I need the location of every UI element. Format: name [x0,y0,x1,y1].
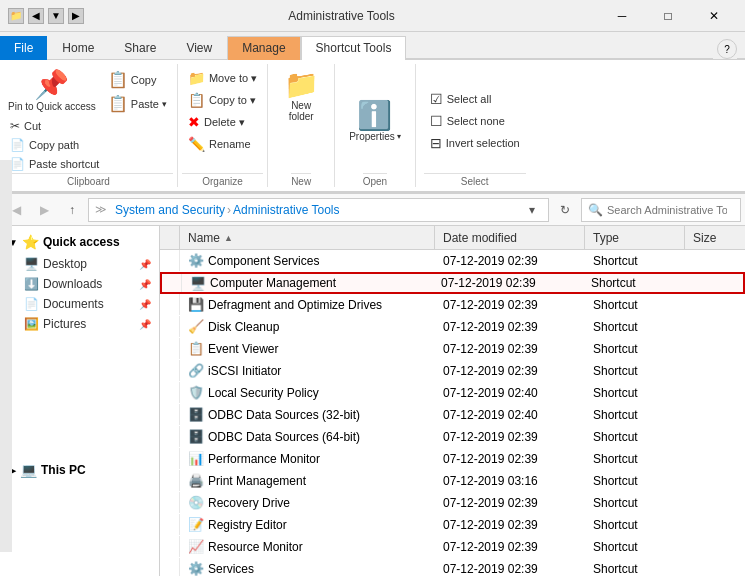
file-type: Shortcut [585,298,685,312]
pictures-icon: 🖼️ [24,317,39,331]
quick-access-icon: ◀ [28,8,44,24]
table-row[interactable]: 📊 Performance Monitor 07-12-2019 02:39 S… [160,448,745,470]
file-type: Shortcut [585,254,685,268]
sidebar-item-downloads[interactable]: ⬇️ Downloads 📌 [0,274,159,294]
pin-icon: 📌 [36,69,68,101]
file-list: ⚙️ Component Services 07-12-2019 02:39 S… [160,250,745,576]
help-button[interactable]: ? [717,39,737,59]
table-row[interactable]: ⚙️ Component Services 07-12-2019 02:39 S… [160,250,745,272]
table-row[interactable]: 📝 Registry Editor 07-12-2019 02:39 Short… [160,514,745,536]
copy-to-button[interactable]: 📋 Copy to ▾ [182,90,263,110]
move-to-button[interactable]: 📁 Move to ▾ [182,68,263,88]
select-all-button[interactable]: ☑ Select all [424,89,498,109]
col-header-date[interactable]: Date modified [435,226,585,249]
downloads-icon: ⬇️ [24,277,39,291]
pin-to-quick-access-button[interactable]: 📌 Pin to Quick access [4,64,100,115]
documents-icon: 📄 [24,297,39,311]
address-bar[interactable]: ≫ System and Security › Administrative T… [88,198,549,222]
ribbon-content: 📌 Pin to Quick access 📋 Copy 📋 Paste ▾ [0,60,745,193]
file-name: 🧹 Disk Cleanup [180,319,435,334]
quick-access-star-icon: ⭐ [22,234,39,250]
file-date: 07-12-2019 02:39 [435,540,585,554]
tab-view[interactable]: View [171,36,227,60]
file-header: Name ▲ Date modified Type Size [160,226,745,250]
up-button[interactable]: ↑ [60,198,84,222]
file-icon: 🔗 [188,363,204,378]
sidebar-this-pc[interactable]: ▶ 💻 This PC [0,458,159,482]
table-row[interactable]: 🖥️ Computer Management 07-12-2019 02:39 … [160,272,745,294]
file-name: 📈 Resource Monitor [180,539,435,554]
delete-button[interactable]: ✖ Delete ▾ [182,112,263,132]
sidebar: ▼ ⭐ Quick access 🖥️ Desktop 📌 ⬇️ Downloa… [0,226,160,576]
minimize-button[interactable]: ─ [599,0,645,32]
rename-button[interactable]: ✏️ Rename [182,134,263,154]
move-icon: 📁 [188,70,205,86]
copy-path-button[interactable]: 📄 Copy path [4,136,173,154]
maximize-button[interactable]: □ [645,0,691,32]
select-all-icon: ☑ [430,91,443,107]
open-label: Open [363,173,387,187]
cut-button[interactable]: ✂ Cut [4,117,173,135]
sidebar-item-documents[interactable]: 📄 Documents 📌 [0,294,159,314]
table-row[interactable]: 🧹 Disk Cleanup 07-12-2019 02:39 Shortcut [160,316,745,338]
refresh-button[interactable]: ↻ [553,198,577,222]
table-row[interactable]: 🖨️ Print Management 07-12-2019 03:16 Sho… [160,470,745,492]
file-icon: 🗄️ [188,407,204,422]
table-row[interactable]: ⚙️ Services 07-12-2019 02:39 Shortcut [160,558,745,576]
file-name: 🛡️ Local Security Policy [180,385,435,400]
sidebar-quick-access[interactable]: ▼ ⭐ Quick access [0,230,159,254]
tab-manage[interactable]: Manage [227,36,300,60]
file-icon: ⚙️ [188,561,204,576]
close-button[interactable]: ✕ [691,0,737,32]
col-header-name[interactable]: Name ▲ [180,226,435,249]
select-label: Select [424,173,526,187]
pin-indicator-doc: 📌 [139,299,151,310]
address-dropdown-button[interactable]: ▾ [522,203,542,217]
table-row[interactable]: 🗄️ ODBC Data Sources (64-bit) 07-12-2019… [160,426,745,448]
file-date: 07-12-2019 02:39 [433,276,583,290]
properties-icon: ℹ️ [359,99,391,131]
forward-button[interactable]: ▶ [32,198,56,222]
file-type: Shortcut [585,562,685,576]
this-pc-icon: 💻 [20,462,37,478]
file-icon: 🖨️ [188,473,204,488]
breadcrumb-system-security[interactable]: System and Security [115,203,225,217]
table-row[interactable]: 🛡️ Local Security Policy 07-12-2019 02:4… [160,382,745,404]
col-header-type[interactable]: Type [585,226,685,249]
paste-button[interactable]: 📋 Paste ▾ [102,92,173,115]
file-icon: 🖥️ [190,276,206,291]
breadcrumb-arrow: › [227,203,231,217]
file-icon: 🧹 [188,319,204,334]
sidebar-item-pictures[interactable]: 🖼️ Pictures 📌 [0,314,159,334]
file-date: 07-12-2019 02:39 [435,254,585,268]
search-icon: 🔍 [588,203,603,217]
title-bar: 📁 ◀ ▼ ▶ Administrative Tools ─ □ ✕ [0,0,745,32]
table-row[interactable]: 🗄️ ODBC Data Sources (32-bit) 07-12-2019… [160,404,745,426]
properties-button[interactable]: ℹ️ Properties ▾ [343,95,407,146]
new-folder-button[interactable]: 📁 Newfolder [276,64,326,173]
table-row[interactable]: 🔗 iSCSI Initiator 07-12-2019 02:39 Short… [160,360,745,382]
file-type: Shortcut [585,386,685,400]
select-none-button[interactable]: ☐ Select none [424,111,511,131]
delete-icon: ✖ [188,114,200,130]
invert-selection-button[interactable]: ⊟ Invert selection [424,133,526,153]
table-row[interactable]: 💾 Defragment and Optimize Drives 07-12-2… [160,294,745,316]
breadcrumb-admin-tools[interactable]: Administrative Tools [233,203,340,217]
search-input[interactable] [607,204,727,216]
tab-file[interactable]: File [0,36,47,60]
sidebar-item-desktop[interactable]: 🖥️ Desktop 📌 [0,254,159,274]
col-header-size[interactable]: Size [685,226,745,249]
copy-button[interactable]: 📋 Copy [102,68,173,91]
file-icon: 📊 [188,451,204,466]
table-row[interactable]: 📈 Resource Monitor 07-12-2019 02:39 Shor… [160,536,745,558]
table-row[interactable]: 💿 Recovery Drive 07-12-2019 02:39 Shortc… [160,492,745,514]
tab-shortcut-tools[interactable]: Shortcut Tools [301,36,407,60]
file-date: 07-12-2019 02:39 [435,518,585,532]
tab-share[interactable]: Share [109,36,171,60]
file-name: 💾 Defragment and Optimize Drives [180,297,435,312]
address-breadcrumb-start: ≫ [95,203,107,216]
tab-home[interactable]: Home [47,36,109,60]
table-row[interactable]: 📋 Event Viewer 07-12-2019 02:39 Shortcut [160,338,745,360]
file-type: Shortcut [585,474,685,488]
paste-shortcut-button[interactable]: 📄 Paste shortcut [4,155,173,173]
